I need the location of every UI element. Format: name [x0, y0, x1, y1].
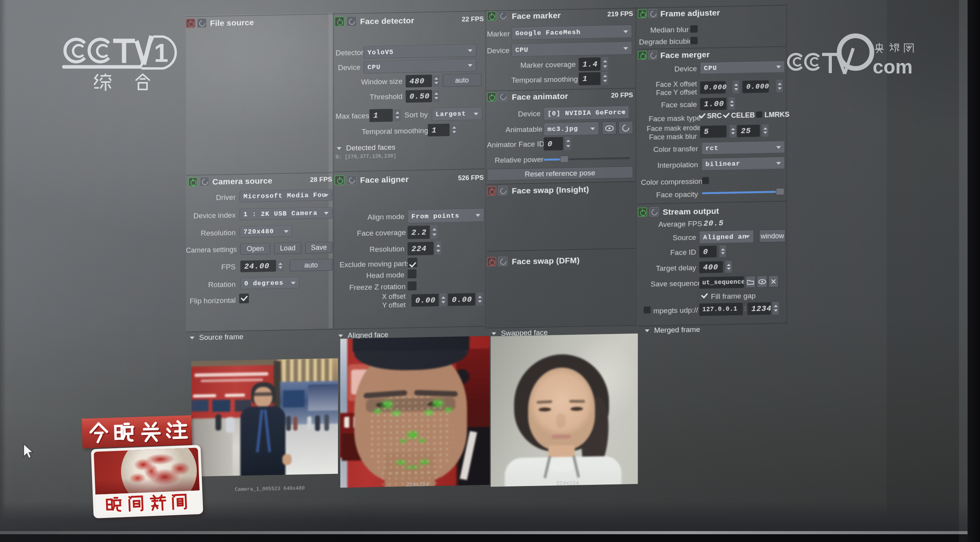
svg-text:com: com [873, 56, 913, 77]
svg-text:1: 1 [154, 38, 168, 67]
